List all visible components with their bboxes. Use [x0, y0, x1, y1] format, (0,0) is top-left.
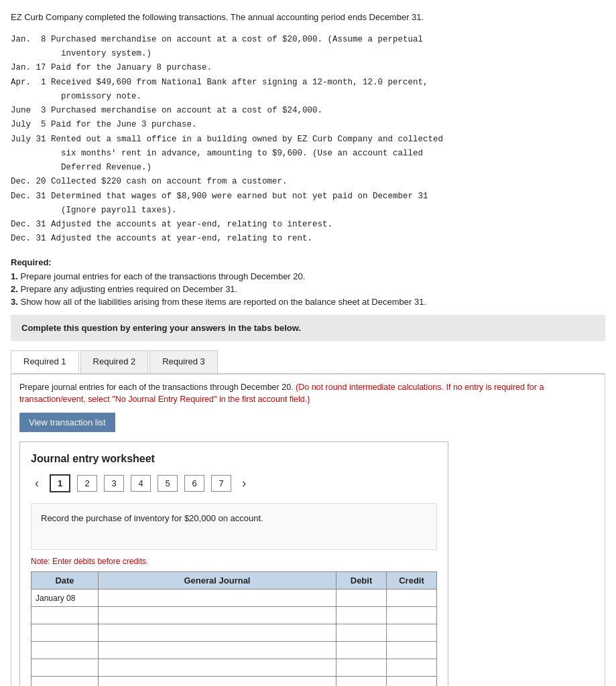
credit-input-1[interactable]: [387, 607, 436, 624]
record-description: Record the purchase of inventory for $20…: [31, 503, 437, 550]
col-header-debit: Debit: [336, 572, 387, 590]
page-7-button[interactable]: 7: [211, 475, 231, 492]
journal-input-5[interactable]: [99, 677, 336, 686]
required-num: 1.: [11, 271, 18, 281]
note-text: Note: Enter debits before credits.: [31, 557, 437, 566]
journal-cell-3[interactable]: [99, 642, 336, 659]
debit-cell-4[interactable]: [336, 659, 387, 677]
page-4-button[interactable]: 4: [131, 475, 151, 492]
required-num: 2.: [11, 284, 18, 294]
next-page-button[interactable]: ›: [238, 475, 250, 492]
table-row: [32, 677, 437, 686]
debit-cell-1[interactable]: [336, 607, 387, 624]
date-cell-4: [32, 659, 99, 677]
debit-input-0[interactable]: [336, 590, 386, 606]
worksheet-title: Journal entry worksheet: [31, 453, 437, 465]
required-text: Prepare any adjusting entries required o…: [20, 284, 237, 294]
credit-cell-2[interactable]: [387, 624, 437, 642]
debit-cell-0[interactable]: [336, 590, 387, 607]
date-cell-0: January 08: [32, 590, 99, 607]
debit-cell-3[interactable]: [336, 642, 387, 659]
credit-cell-1[interactable]: [387, 607, 437, 624]
debit-input-1[interactable]: [336, 607, 386, 624]
table-row: [32, 624, 437, 642]
date-cell-3: [32, 642, 99, 659]
credit-input-0[interactable]: [387, 590, 436, 606]
page-6-button[interactable]: 6: [184, 475, 204, 492]
required-num: 3.: [11, 297, 18, 307]
tab-instruction: Prepare journal entries for each of the …: [19, 381, 597, 407]
complete-box-text: Complete this question by entering your …: [21, 323, 301, 333]
complete-box: Complete this question by entering your …: [11, 315, 605, 341]
table-row: [32, 659, 437, 677]
journal-cell-0[interactable]: [99, 590, 336, 607]
table-row: [32, 642, 437, 659]
tab-required-3[interactable]: Required 3: [149, 350, 218, 373]
tab-required-2[interactable]: Required 2: [80, 350, 149, 373]
required-text: Prepare journal entries for each of the …: [20, 271, 305, 281]
view-transaction-list-button[interactable]: View transaction list: [19, 413, 115, 432]
debit-input-3[interactable]: [336, 642, 386, 659]
credit-input-3[interactable]: [387, 642, 436, 659]
journal-input-2[interactable]: [99, 624, 336, 641]
journal-input-1[interactable]: [99, 607, 336, 624]
date-cell-1: [32, 607, 99, 624]
credit-input-2[interactable]: [387, 624, 436, 641]
page-1-button[interactable]: 1: [50, 474, 70, 492]
debit-cell-5[interactable]: [336, 677, 387, 686]
debit-input-2[interactable]: [336, 624, 386, 641]
credit-input-5[interactable]: [387, 677, 436, 686]
journal-cell-2[interactable]: [99, 624, 336, 642]
col-header-credit: Credit: [387, 572, 437, 590]
required-title: Required:: [11, 257, 605, 267]
col-header-general-journal: General Journal: [99, 572, 336, 590]
journal-input-4[interactable]: [99, 659, 336, 676]
journal-input-3[interactable]: [99, 642, 336, 659]
required-section: Required: 1. Prepare journal entries for…: [11, 257, 605, 307]
tabs-container: Required 1 Required 2 Required 3: [11, 350, 605, 374]
page-3-button[interactable]: 3: [104, 475, 124, 492]
page-5-button[interactable]: 5: [158, 475, 178, 492]
date-cell-2: [32, 624, 99, 642]
credit-cell-0[interactable]: [387, 590, 437, 607]
table-row: [32, 607, 437, 624]
journal-table: Date General Journal Debit Credit Januar…: [31, 571, 437, 686]
transactions-list: Jan. 8 Purchased merchandise on account …: [11, 33, 605, 247]
pagination: ‹ 1 2 3 4 5 6 7 ›: [31, 474, 437, 492]
journal-cell-1[interactable]: [99, 607, 336, 624]
date-cell-5: [32, 677, 99, 686]
journal-entry-worksheet: Journal entry worksheet ‹ 1 2 3 4 5 6 7 …: [19, 441, 448, 686]
credit-cell-4[interactable]: [387, 659, 437, 677]
page-2-button[interactable]: 2: [77, 475, 97, 492]
intro-title: EZ Curb Company completed the following …: [11, 11, 605, 25]
instruction-normal: Prepare journal entries for each of the …: [19, 383, 296, 392]
prev-page-button[interactable]: ‹: [31, 475, 43, 492]
debit-input-4[interactable]: [336, 659, 386, 676]
required-text: Show how all of the liabilities arising …: [20, 297, 426, 307]
tab-required-1[interactable]: Required 1: [11, 350, 79, 373]
journal-input-0[interactable]: [99, 590, 336, 606]
journal-cell-5[interactable]: [99, 677, 336, 686]
col-header-date: Date: [32, 572, 99, 590]
credit-input-4[interactable]: [387, 659, 436, 676]
credit-cell-5[interactable]: [387, 677, 437, 686]
debit-input-5[interactable]: [336, 677, 386, 686]
credit-cell-3[interactable]: [387, 642, 437, 659]
debit-cell-2[interactable]: [336, 624, 387, 642]
table-row: January 08: [32, 590, 437, 607]
journal-cell-4[interactable]: [99, 659, 336, 677]
tab-content-required1: Prepare journal entries for each of the …: [11, 374, 605, 686]
